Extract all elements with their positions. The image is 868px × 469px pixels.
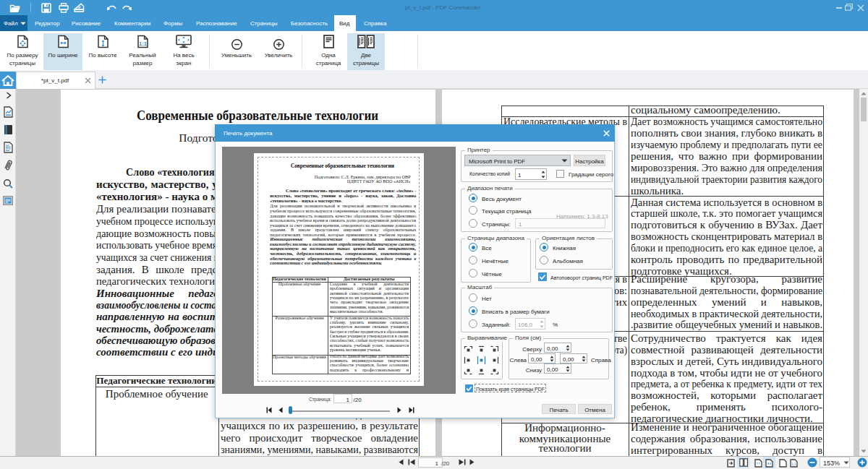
svg-text:1:1: 1:1 [139,40,147,47]
svg-text:1:1: 1:1 [791,462,796,466]
